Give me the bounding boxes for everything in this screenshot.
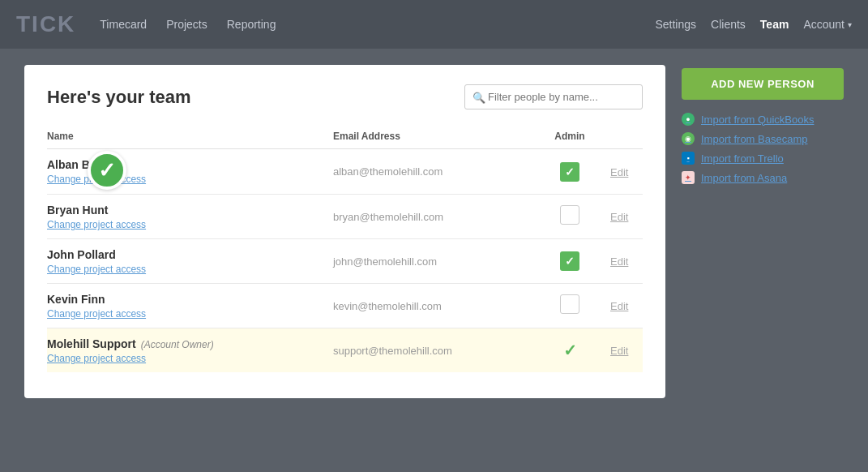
- change-access-link[interactable]: Change project access: [47, 219, 333, 230]
- email-cell: alban@themolehill.com: [333, 149, 537, 195]
- filter-input-wrap: 🔍: [464, 84, 643, 109]
- import-label: Import from Basecamp: [701, 133, 808, 145]
- admin-cell: ✓: [537, 328, 602, 373]
- table-row: Alban Brooke ✓ Change project access alb…: [47, 149, 643, 195]
- admin-check-icon: ✓: [563, 341, 577, 359]
- nav-projects[interactable]: Projects: [166, 15, 207, 34]
- col-header-edit: [602, 126, 643, 149]
- table-row: John PollardChange project accessjohn@th…: [47, 239, 643, 284]
- edit-link[interactable]: Edit: [602, 255, 628, 268]
- right-sidebar: ADD NEW PERSON ● Import from QuickBooks …: [682, 65, 844, 398]
- dropdown-arrow-icon: ▾: [848, 20, 852, 29]
- col-header-name: Name: [47, 126, 333, 149]
- content-card: Here's your team 🔍 Name Email Address Ad…: [24, 65, 665, 398]
- edit-link[interactable]: Edit: [602, 345, 628, 357]
- change-access-link[interactable]: Change project access: [47, 353, 333, 364]
- nav-account[interactable]: Account ▾: [803, 18, 852, 31]
- add-person-button[interactable]: ADD NEW PERSON: [682, 68, 844, 100]
- import-link-trello[interactable]: ▪ Import from Trello: [682, 152, 844, 165]
- search-icon: 🔍: [472, 91, 485, 103]
- nav-team[interactable]: Team: [760, 18, 789, 31]
- edit-cell: Edit: [602, 149, 643, 195]
- trello-icon: ▪: [682, 152, 695, 165]
- admin-cell: ✓: [537, 239, 602, 284]
- change-access-link[interactable]: Change project access: [47, 264, 333, 275]
- person-name: Bryan Hunt: [47, 204, 108, 217]
- team-table: Name Email Address Admin Alban Brooke ✓ …: [47, 126, 643, 372]
- edit-link[interactable]: Edit: [602, 166, 628, 178]
- admin-checkbox-unchecked[interactable]: [560, 294, 579, 314]
- edit-cell: Edit: [602, 284, 643, 328]
- table-row: Bryan HuntChange project accessbryan@the…: [47, 195, 643, 239]
- import-links: ● Import from QuickBooks ◉ Import from B…: [682, 113, 844, 184]
- nav-reporting[interactable]: Reporting: [227, 15, 276, 34]
- page-layout: Here's your team 🔍 Name Email Address Ad…: [0, 49, 868, 414]
- bc-icon: ◉: [682, 132, 695, 145]
- col-header-email: Email Address: [333, 126, 537, 149]
- table-header-row: Name Email Address Admin: [47, 126, 643, 149]
- nav-timecard[interactable]: Timecard: [100, 15, 147, 34]
- edit-cell: Edit: [602, 239, 643, 284]
- nav-clients[interactable]: Clients: [711, 18, 746, 31]
- main-content: Here's your team 🔍 Name Email Address Ad…: [24, 65, 665, 398]
- admin-cell: [537, 195, 602, 239]
- qb-icon: ●: [682, 113, 695, 126]
- asana-icon: ✦: [682, 171, 695, 184]
- page-title: Here's your team: [47, 87, 191, 108]
- import-label: Import from Trello: [701, 152, 784, 165]
- import-label: Import from Asana: [701, 172, 787, 184]
- admin-checkbox-checked[interactable]: ✓: [560, 251, 579, 271]
- import-link-bc[interactable]: ◉ Import from Basecamp: [682, 132, 844, 145]
- nav-settings[interactable]: Settings: [655, 18, 696, 31]
- import-link-qb[interactable]: ● Import from QuickBooks: [682, 113, 844, 126]
- admin-cell: ✓: [537, 149, 602, 195]
- email-cell: john@themolehill.com: [333, 239, 537, 284]
- account-owner-label: (Account Owner): [141, 339, 214, 350]
- change-access-link[interactable]: Change project access: [47, 308, 333, 320]
- table-row: Molehill Support(Account Owner)Change pr…: [47, 328, 643, 373]
- admin-check-overlay-icon: ✓: [88, 151, 126, 190]
- edit-cell: Edit: [602, 195, 643, 239]
- person-name: Molehill Support(Account Owner): [47, 337, 214, 350]
- navbar: TICK Timecard Projects Reporting Setting…: [0, 0, 868, 49]
- admin-checkbox-checked[interactable]: ✓: [560, 162, 579, 182]
- email-cell: support@themolehill.com: [333, 328, 537, 373]
- nav-account-label: Account: [803, 18, 844, 31]
- edit-cell: Edit: [602, 328, 643, 373]
- table-row: Kevin FinnChange project accesskevin@the…: [47, 284, 643, 328]
- person-name: John Pollard: [47, 248, 116, 261]
- email-cell: bryan@themolehill.com: [333, 195, 537, 239]
- nav-right: Settings Clients Team Account ▾: [655, 18, 852, 31]
- admin-checkbox-unchecked[interactable]: [560, 205, 579, 225]
- name-cell: Alban Brooke ✓ Change project access: [47, 157, 146, 185]
- col-header-admin: Admin: [537, 126, 602, 149]
- edit-link[interactable]: Edit: [602, 300, 628, 312]
- edit-link[interactable]: Edit: [602, 211, 628, 223]
- import-link-asana[interactable]: ✦ Import from Asana: [682, 171, 844, 184]
- import-label: Import from QuickBooks: [701, 114, 814, 126]
- nav-links: Timecard Projects Reporting: [100, 15, 655, 34]
- filter-input[interactable]: [464, 84, 643, 109]
- admin-cell: [537, 284, 602, 328]
- email-cell: kevin@themolehill.com: [333, 284, 537, 328]
- card-header: Here's your team 🔍: [47, 84, 643, 109]
- app-logo: TICK: [16, 11, 75, 37]
- person-name: Kevin Finn: [47, 293, 105, 306]
